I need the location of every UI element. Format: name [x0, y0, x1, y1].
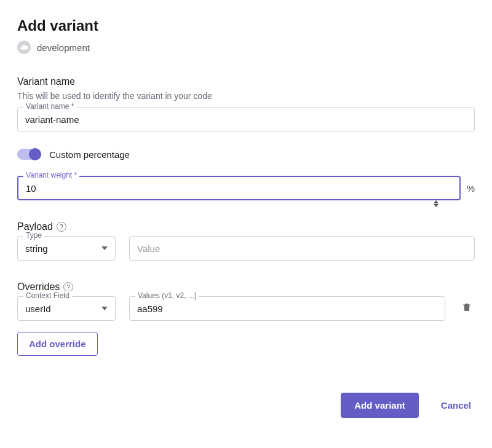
payload-type-select[interactable]: string — [17, 236, 116, 261]
variant-name-help: This will be used to identify the varian… — [17, 91, 475, 101]
dialog-footer: Add variant Cancel — [17, 393, 475, 418]
delete-override-button[interactable] — [459, 299, 475, 318]
variant-name-field-label: Variant name * — [23, 102, 77, 111]
custom-percentage-label: Custom percentage — [49, 149, 130, 160]
cancel-button[interactable]: Cancel — [437, 399, 475, 411]
toggle-knob — [29, 148, 41, 160]
variant-weight-input[interactable] — [17, 176, 461, 200]
variant-name-field: Variant name * — [17, 107, 475, 132]
number-stepper[interactable] — [434, 200, 438, 207]
help-icon[interactable]: ? — [63, 282, 73, 292]
chevron-down-icon[interactable] — [434, 204, 438, 207]
context-field-label: Context Field — [23, 291, 72, 300]
variant-weight-field-label: Variant weight * — [23, 171, 79, 179]
payload-type-value: string — [25, 243, 48, 254]
override-values-label: Values (v1, v2, ...) — [135, 291, 199, 300]
context-field-value: userId — [25, 304, 51, 314]
caret-down-icon — [101, 246, 108, 250]
variant-name-input[interactable] — [17, 107, 475, 132]
payload-type-label: Type — [23, 231, 44, 240]
environment-name: development — [37, 42, 90, 53]
variant-name-section-title: Variant name — [17, 76, 475, 87]
caret-down-icon — [101, 307, 108, 310]
percent-unit: % — [467, 183, 475, 194]
add-override-button[interactable]: Add override — [17, 332, 98, 356]
context-field-select[interactable]: userId — [17, 296, 116, 321]
page-title: Add variant — [17, 17, 475, 34]
payload-value-input[interactable] — [129, 236, 475, 261]
environment-badge: development — [17, 41, 475, 54]
cloud-icon — [17, 41, 31, 54]
overrides-section-title: Overrides ? — [17, 281, 475, 293]
chevron-up-icon[interactable] — [434, 200, 438, 203]
custom-percentage-toggle[interactable] — [17, 149, 41, 160]
payload-section-title: Payload ? — [17, 221, 475, 232]
override-values-input[interactable] — [129, 296, 445, 321]
add-variant-button[interactable]: Add variant — [341, 393, 419, 418]
help-icon[interactable]: ? — [57, 222, 66, 232]
trash-icon — [461, 302, 472, 313]
